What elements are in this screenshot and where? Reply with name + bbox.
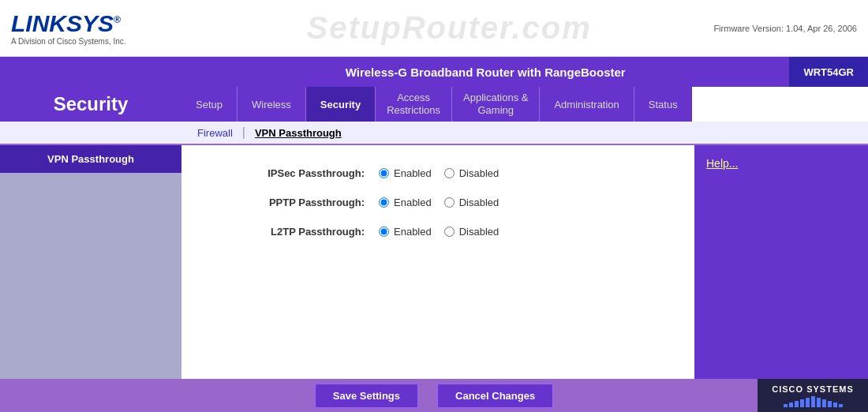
ipsec-disabled-radio[interactable] [444, 168, 455, 178]
cisco-bar-8 [822, 399, 826, 407]
ipsec-disabled-label[interactable]: Disabled [459, 167, 499, 179]
sidebar: VPN Passthrough [0, 145, 181, 379]
ipsec-controls: Enabled Disabled [379, 167, 499, 179]
logo-area: LINKSYS® A Division of Cisco Systems, In… [11, 10, 185, 46]
content-area: VPN Passthrough IPSec Passthrough: Enabl… [0, 145, 868, 379]
cisco-bar-1 [784, 404, 788, 407]
cisco-bar-9 [828, 401, 832, 407]
product-name: Wireless-G Broadband Router with RangeBo… [181, 57, 789, 87]
cisco-bar-4 [800, 399, 804, 407]
page-title: Security [54, 93, 129, 115]
ipsec-row: IPSec Passthrough: Enabled Disabled [213, 167, 663, 179]
tab-apps-gaming[interactable]: Applications & Gaming [452, 87, 540, 122]
cisco-bar-7 [817, 398, 821, 407]
pptp-row: PPTP Passthrough: Enabled Disabled [213, 197, 663, 208]
sidebar-title: VPN Passthrough [0, 145, 181, 173]
header: LINKSYS® A Division of Cisco Systems, In… [0, 0, 868, 57]
l2tp-disabled-radio[interactable] [444, 227, 455, 237]
logo-sub: A Division of Cisco Systems, Inc. [11, 37, 185, 46]
watermark: SetupRouter.com [185, 10, 713, 46]
pptp-disabled-radio[interactable] [444, 197, 455, 208]
main-form: IPSec Passthrough: Enabled Disabled PPTP… [181, 145, 694, 379]
ipsec-enabled-label[interactable]: Enabled [394, 167, 432, 179]
cisco-bar-10 [833, 403, 837, 407]
tab-security[interactable]: Security [306, 87, 376, 122]
page-title-area: Security [0, 87, 181, 122]
l2tp-row: L2TP Passthrough: Enabled Disabled [213, 226, 663, 238]
product-bar: Wireless-G Broadband Router with RangeBo… [0, 57, 868, 87]
tab-access-restrictions[interactable]: Access Restrictions [376, 87, 452, 122]
cisco-bar-5 [806, 398, 810, 407]
cisco-bar-3 [795, 401, 799, 407]
pptp-disabled-label[interactable]: Disabled [459, 197, 499, 208]
bottom-bar: Cisco Systems Save Settings Cancel Chang… [0, 379, 868, 412]
pptp-label: PPTP Passthrough: [213, 197, 379, 208]
logo: LINKSYS® [11, 10, 185, 37]
l2tp-enabled-radio[interactable] [379, 227, 389, 237]
cisco-name: Cisco Systems [772, 384, 853, 394]
l2tp-controls: Enabled Disabled [379, 226, 499, 238]
pptp-enabled-radio[interactable] [379, 197, 389, 208]
cisco-bar-11 [839, 404, 843, 407]
help-panel: Help... [694, 145, 868, 379]
page-container: LINKSYS® A Division of Cisco Systems, In… [0, 0, 868, 412]
nav-section: Wireless-G Broadband Router with RangeBo… [0, 57, 868, 122]
product-model: WRT54GR [789, 57, 868, 87]
help-link[interactable]: Help... [706, 157, 856, 170]
save-button[interactable]: Save Settings [315, 384, 418, 408]
nav-tabs-row: Security Setup Wireless Security Access … [0, 87, 868, 122]
tab-setup[interactable]: Setup [181, 87, 238, 122]
pptp-controls: Enabled Disabled [379, 197, 499, 208]
cisco-bars-icon [784, 396, 843, 407]
nav-title-spacer [0, 57, 181, 87]
pptp-enabled-label[interactable]: Enabled [394, 197, 432, 208]
cancel-button[interactable]: Cancel Changes [437, 384, 553, 408]
l2tp-enabled-label[interactable]: Enabled [394, 226, 432, 238]
l2tp-disabled-label[interactable]: Disabled [459, 226, 499, 238]
ipsec-enabled-radio[interactable] [379, 168, 389, 178]
l2tp-label: L2TP Passthrough: [213, 226, 379, 238]
subnav: Firewall | VPN Passthrough [0, 122, 868, 145]
tab-status[interactable]: Status [634, 87, 692, 122]
cisco-bar-6 [811, 396, 815, 407]
subnav-firewall[interactable]: Firewall [188, 127, 242, 139]
subnav-vpn[interactable]: VPN Passthrough [245, 127, 351, 139]
cisco-bar-2 [789, 403, 793, 407]
firmware-version: Firmware Version: 1.04, Apr 26, 2006 [713, 24, 857, 33]
cisco-area: Cisco Systems [758, 379, 868, 412]
tab-wireless[interactable]: Wireless [238, 87, 306, 122]
ipsec-label: IPSec Passthrough: [213, 167, 379, 179]
nav-tabs: Setup Wireless Security Access Restricti… [181, 87, 868, 122]
tab-administration[interactable]: Administration [540, 87, 634, 122]
